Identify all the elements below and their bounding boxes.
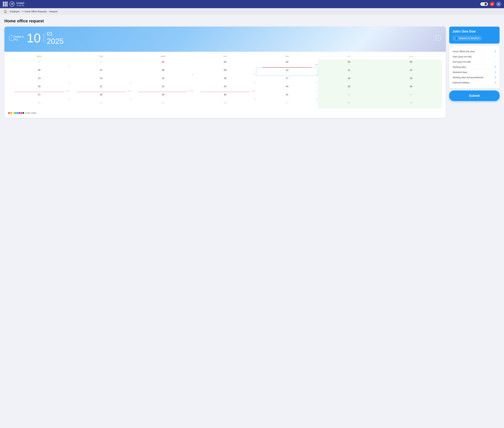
weekend-days-label: Weekend days: <box>453 71 494 74</box>
app-logo: ↺ <box>9 1 15 7</box>
breadcrumb-employee[interactable]: Employee <box>10 10 20 13</box>
cal-cell-06[interactable]: 06 <box>8 68 70 76</box>
calendar-month: 01 <box>47 31 64 37</box>
cal-cell-12[interactable]: 12 <box>380 68 442 76</box>
prev-month-button[interactable]: ‹ <box>9 35 15 41</box>
cal-cell-02-next[interactable]: 02 <box>380 92 442 100</box>
working-days-label: Working days: <box>453 66 494 68</box>
cal-cell-05[interactable]: 05 <box>380 59 442 68</box>
cal-cell-10-today[interactable]: 10D <box>256 68 318 76</box>
notification-badge[interactable]: 19 <box>490 2 494 6</box>
color-codes-section: Color codes <box>4 110 446 115</box>
cal-cell-18[interactable]: 18 <box>318 76 380 84</box>
cal-cell-11[interactable]: 11 <box>318 68 380 76</box>
cal-cell-03[interactable]: 03VAC <box>256 59 318 68</box>
cal-cell-05-next[interactable]: 05 <box>132 100 194 108</box>
cal-cell-22[interactable]: 22D_ILL <box>132 84 194 92</box>
cal-cell-08[interactable]: 08D <box>132 68 194 76</box>
cal-cell-07[interactable]: 07 <box>70 68 132 76</box>
behalf-icon: 👤 <box>455 37 458 40</box>
cal-cell-01[interactable]: 01 <box>132 59 194 68</box>
day-label-fri: FRI <box>256 55 318 58</box>
end-label: End (yyyy-mm-dd): <box>453 61 494 63</box>
cal-cell-30[interactable]: 30D <box>194 92 256 100</box>
light-mode-dot <box>481 3 484 5</box>
calendar-week-2: 06 07 08D 09D 10D 11 12 <box>8 68 442 76</box>
cal-cell-24[interactable]: 24D <box>256 84 318 92</box>
home-icon[interactable]: 🏠 <box>4 10 7 13</box>
calendar-week-5: 27D 28D 29 30D 31D 01 02 <box>8 92 442 100</box>
cal-cell-03-next[interactable]: 03 <box>8 100 70 108</box>
calendar-week-6: 03 04 05 06 07 08 09 <box>8 100 442 108</box>
today-day-number: 10 <box>27 32 41 44</box>
breadcrumb-request: Request <box>49 10 58 13</box>
breadcrumb-sep-1: › <box>8 10 9 13</box>
next-month-button[interactable]: › <box>436 35 441 41</box>
cal-cell-27[interactable]: 27D <box>8 92 70 100</box>
cal-cell-19[interactable]: 19 <box>380 76 442 84</box>
national-holidays-value: 0 <box>495 81 496 84</box>
working-weekends-value: 0 <box>495 76 496 79</box>
cal-cell-31[interactable]: 31D <box>256 92 318 100</box>
cal-cell-08-next[interactable]: 08 <box>318 100 380 108</box>
swatch-yellow <box>12 112 14 114</box>
cal-cell-29[interactable]: 29 <box>132 92 194 100</box>
swatch-green <box>14 112 16 114</box>
cal-cell-07-next[interactable]: 07 <box>256 100 318 108</box>
cal-cell-20[interactable]: 20D_ILL <box>8 84 70 92</box>
cal-cell-09-next[interactable]: 09 <box>380 100 442 108</box>
info-row-start: Start (yyyy-mm-dd): - <box>453 54 496 59</box>
calendar-grid: MON TUE WED THU FRI SAT SUN 30D 31 01 02 <box>4 52 446 110</box>
weekend-days-value: 0 <box>495 71 496 74</box>
swatch-pink <box>20 112 22 114</box>
home-offices-value: 0 <box>495 50 496 53</box>
apps-icon[interactable] <box>3 2 8 7</box>
cal-cell-01-next[interactable]: 01 <box>318 92 380 100</box>
page-title: Home office request <box>4 19 500 24</box>
submit-button[interactable]: Submit <box>449 91 500 101</box>
cal-cell-17[interactable]: 17D <box>256 76 318 84</box>
cal-cell-31-prev[interactable]: 31 <box>70 59 132 68</box>
day-label-sat: SAT <box>318 55 380 58</box>
calendar-weeks: 30D 31 01 02 03VAC 04 05 06 07 08D 09D <box>8 59 442 108</box>
day-label-thu: THU <box>194 55 256 58</box>
calendar-card: ‹ Today isFri, 10 01 2025 › MON TUE <box>4 27 446 118</box>
breadcrumb-list-icon: ≡ <box>22 10 24 13</box>
cal-cell-02[interactable]: 02 <box>194 59 256 68</box>
today-label: Today isFri, <box>15 35 24 41</box>
cal-cell-16[interactable]: 16D <box>194 76 256 84</box>
calendar-header: ‹ Today isFri, 10 01 2025 › <box>4 27 446 52</box>
user-name: John Doe Doe <box>452 29 496 33</box>
start-value: - <box>495 55 496 58</box>
dark-mode-dot <box>485 3 487 5</box>
user-avatar[interactable]: D <box>496 1 501 7</box>
cal-cell-14[interactable]: 14D <box>70 76 132 84</box>
swatch-blue <box>16 112 18 114</box>
request-behalf-button[interactable]: 👤 Request on behalf of <box>452 36 482 41</box>
cal-cell-04-next[interactable]: 04 <box>70 100 132 108</box>
month-year-block: 01 2025 <box>47 31 64 45</box>
info-row-home-offices: Home offices this year: 0 <box>453 49 496 54</box>
cal-cell-26[interactable]: 26 <box>380 84 442 92</box>
working-weekends-label: Working days during weekends: <box>453 76 494 79</box>
info-row-weekend-days: Weekend days: 0 <box>453 70 496 75</box>
top-navbar: ↺ Comp1 15:05:48 19 D <box>0 0 504 8</box>
cal-cell-25[interactable]: 25 <box>318 84 380 92</box>
home-offices-label: Home offices this year: <box>453 50 494 53</box>
day-label-mon: MON <box>8 55 70 58</box>
cal-cell-06-next[interactable]: 06 <box>194 100 256 108</box>
cal-cell-28[interactable]: 28D <box>70 92 132 100</box>
swatch-purple <box>18 112 20 114</box>
cal-cell-23[interactable]: 23D_ILL <box>194 84 256 92</box>
cal-cell-21[interactable]: 21D_ILL <box>70 84 132 92</box>
cal-cell-15[interactable]: 15 <box>132 76 194 84</box>
cal-cell-30-prev[interactable]: 30D <box>8 59 70 68</box>
theme-toggle[interactable] <box>480 2 488 6</box>
breadcrumb-sep-2: › <box>21 10 21 13</box>
cal-cell-04[interactable]: 04 <box>318 59 380 68</box>
cal-cell-09[interactable]: 09D <box>194 68 256 76</box>
day-label-tue: TUE <box>70 55 132 58</box>
cal-cell-13[interactable]: 13D <box>8 76 70 84</box>
day-label-wed: WED <box>132 55 194 58</box>
breadcrumb-home-office-requests[interactable]: Home Office Requests <box>25 10 47 13</box>
